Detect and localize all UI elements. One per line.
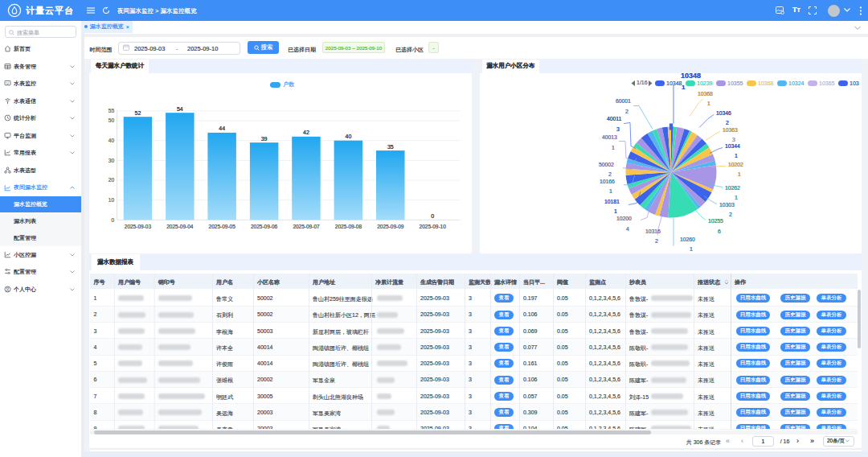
svg-text:40: 40 <box>108 138 114 143</box>
svg-text:10363: 10363 <box>723 126 738 132</box>
svg-text:10255: 10255 <box>708 217 723 223</box>
svg-text:52: 52 <box>134 109 141 115</box>
svg-text:2025-09-05: 2025-09-05 <box>208 223 235 228</box>
svg-text:2025-09-09: 2025-09-09 <box>377 223 404 228</box>
svg-text:10262: 10262 <box>725 184 740 190</box>
svg-text:10260: 10260 <box>680 236 695 241</box>
svg-text:2025-09-04: 2025-09-04 <box>166 223 194 228</box>
svg-text:2025-09-07: 2025-09-07 <box>293 223 320 228</box>
svg-text:10346: 10346 <box>716 109 731 115</box>
svg-text:2: 2 <box>729 211 732 216</box>
svg-text:2: 2 <box>726 119 729 125</box>
svg-text:1: 1 <box>614 208 617 213</box>
svg-text:3: 3 <box>732 136 735 142</box>
svg-text:30: 30 <box>108 157 114 163</box>
svg-text:1: 1 <box>738 171 741 176</box>
svg-text:2025-09-03: 2025-09-03 <box>124 223 151 228</box>
svg-text:20: 20 <box>108 177 114 183</box>
svg-text:50002: 50002 <box>599 161 614 167</box>
svg-text:54: 54 <box>176 105 182 111</box>
svg-text:40: 40 <box>345 134 351 139</box>
svg-text:35: 35 <box>387 143 393 149</box>
svg-text:3: 3 <box>616 126 620 131</box>
svg-text:60001: 60001 <box>616 97 631 103</box>
svg-text:1: 1 <box>612 144 615 150</box>
svg-text:55: 55 <box>108 108 114 113</box>
svg-text:10166: 10166 <box>600 178 615 183</box>
svg-text:1: 1 <box>707 100 710 105</box>
svg-text:10344: 10344 <box>725 142 740 148</box>
svg-text:10181: 10181 <box>604 198 620 204</box>
svg-text:10202: 10202 <box>728 161 743 167</box>
svg-text:0: 0 <box>431 212 434 218</box>
svg-text:39: 39 <box>260 135 267 141</box>
svg-text:0: 0 <box>111 216 114 222</box>
svg-text:2: 2 <box>608 171 612 176</box>
svg-text:4: 4 <box>626 225 629 231</box>
svg-text:10368: 10368 <box>698 90 713 96</box>
svg-text:44: 44 <box>219 126 225 131</box>
svg-text:50: 50 <box>108 117 114 123</box>
svg-text:2: 2 <box>655 237 658 243</box>
svg-text:10200: 10200 <box>616 215 632 220</box>
svg-text:40011: 40011 <box>607 115 622 121</box>
svg-text:1: 1 <box>735 194 738 200</box>
svg-text:10316: 10316 <box>645 228 661 233</box>
svg-text:1: 1 <box>690 245 693 251</box>
svg-text:10303: 10303 <box>719 201 735 207</box>
svg-text:6: 6 <box>718 228 721 233</box>
svg-text:40013: 40013 <box>602 134 617 139</box>
svg-text:2025-09-06: 2025-09-06 <box>250 223 277 228</box>
svg-text:1: 1 <box>735 152 738 158</box>
svg-text:10: 10 <box>108 197 114 203</box>
svg-text:2025-09-10: 2025-09-10 <box>419 223 446 228</box>
svg-text:42: 42 <box>303 130 309 135</box>
svg-text:1: 1 <box>609 187 612 193</box>
svg-text:2025-09-08: 2025-09-08 <box>334 223 362 228</box>
svg-text:2: 2 <box>625 108 628 113</box>
